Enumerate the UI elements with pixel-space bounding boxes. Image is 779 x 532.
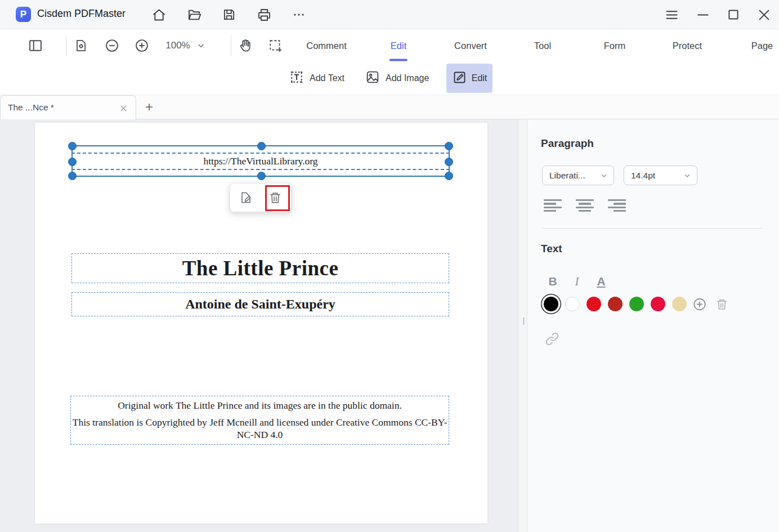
sidebar-toggle-icon[interactable] [28,38,43,53]
author-text-box[interactable]: Antoine de Saint-Exupéry [71,292,449,316]
zoom-in-icon[interactable] [134,38,150,53]
document-tab-bar: The ...Nce * + [0,95,779,119]
app-logo: P [16,7,31,22]
ribbon-tab-edit[interactable]: Edit [390,38,408,53]
delete-color-icon[interactable] [714,297,729,311]
new-tab-button[interactable]: + [141,99,158,115]
license-paragraph-2: This translation is Copyrighted by Jeff … [71,417,449,441]
resize-handle-bottom-right[interactable] [445,172,453,180]
section-divider [542,228,763,229]
bold-button[interactable]: B [543,272,562,290]
document-title-text: The Little Prince [182,256,339,280]
license-paragraph-1: Original work The Little Prince and its … [118,400,402,412]
font-family-select[interactable]: Liberati... [542,166,614,185]
ribbon-tab-convert[interactable]: Convert [453,38,488,53]
maximize-icon[interactable] [725,6,742,23]
resize-handle-top-right[interactable] [445,142,453,150]
zoom-level-value[interactable]: 100% [165,40,190,51]
page-setup-icon[interactable] [74,38,88,53]
floating-edit-toolbar [230,183,292,212]
add-text-icon [289,69,305,87]
hand-tool-icon[interactable] [237,38,253,53]
delete-text-icon[interactable] [263,185,288,210]
edit-mode-button[interactable]: Edit [446,64,493,93]
open-file-icon[interactable] [186,6,203,23]
ribbon-tab-comment[interactable]: Comment [305,38,348,53]
license-text-box[interactable]: Original work The Little Prince and its … [70,396,449,445]
text-color-swatch[interactable] [629,297,644,311]
toolbar-divider [66,35,66,56]
title-bar: P Cisdem PDFMaster [0,0,779,29]
selected-text-box[interactable]: https://TheVirtualLibrary.org [71,153,450,170]
title-text-box[interactable]: The Little Prince [71,253,449,283]
pdf-page[interactable]: https://TheVirtualLibrary.org The Little… [35,123,487,524]
app-title: Cisdem PDFMaster [37,8,126,20]
print-icon[interactable] [256,6,272,23]
ribbon-tab-page[interactable]: Page [750,38,774,53]
text-color-swatch[interactable] [587,297,601,311]
edit-mode-label: Edit [472,73,487,83]
add-image-button[interactable]: Add Image [365,62,429,95]
properties-panel: Paragraph Liberati... 14.4pt Text B I A [527,119,779,532]
chevron-down-icon [683,172,691,180]
menu-icon[interactable] [663,6,680,23]
zoom-out-icon[interactable] [104,38,120,53]
selected-text[interactable]: https://TheVirtualLibrary.org [203,155,317,167]
panel-splitter[interactable]: ❘❘ [518,119,527,532]
align-right-button[interactable] [608,197,626,214]
add-text-button[interactable]: Add Text [289,62,344,95]
text-color-swatch[interactable] [608,297,623,311]
workspace: https://TheVirtualLibrary.org The Little… [0,119,779,532]
font-size-value: 14.4pt [631,171,655,181]
app-window: { "titlebar": { "app_title": "Cisdem PDF… [0,0,779,532]
toolbar-divider [231,35,231,56]
hyperlink-icon[interactable] [544,331,560,347]
text-color-swatch[interactable] [565,297,580,311]
more-icon[interactable] [290,6,307,23]
text-color-swatch[interactable] [544,297,558,311]
marquee-select-icon[interactable] [267,38,283,53]
edit-text-icon[interactable] [234,185,258,210]
text-color-swatch[interactable] [672,297,687,311]
chevron-down-icon [600,172,608,180]
zoom-chevron-down-icon[interactable] [196,41,205,50]
add-text-label: Add Text [310,73,344,83]
add-image-icon [365,69,380,87]
add-image-label: Add Image [386,73,429,83]
edit-pencil-icon [452,70,467,87]
align-center-button[interactable] [576,197,594,214]
text-section-heading: Text [541,243,562,255]
resize-handle-top-center[interactable] [257,142,266,150]
italic-button[interactable]: I [567,272,587,290]
font-family-value: Liberati... [549,171,585,181]
resize-handle-top-left[interactable] [68,142,77,150]
document-tab-label: The ...Nce * [8,102,54,113]
close-icon[interactable] [755,6,772,23]
document-author-text: Antoine de Saint-Exupéry [185,297,335,312]
add-color-icon[interactable] [692,297,707,311]
home-icon[interactable] [150,6,167,23]
resize-handle-bottom-center[interactable] [257,172,266,180]
ribbon-tab-protect[interactable]: Protect [671,38,703,53]
save-icon[interactable] [221,6,238,23]
document-area[interactable]: https://TheVirtualLibrary.org The Little… [0,119,518,532]
align-left-button[interactable] [544,197,562,214]
ribbon-tab-form[interactable]: Form [603,38,627,53]
paragraph-section-heading: Paragraph [541,137,594,150]
text-color-swatch[interactable] [651,297,665,311]
resize-handle-bottom-left[interactable] [68,172,77,180]
main-toolbar: 100% Comment Edit Convert Tool Form Prot… [0,29,779,62]
ribbon-tab-tool[interactable]: Tool [533,38,552,53]
underline-button[interactable]: A [592,272,611,290]
edit-sub-toolbar: Add Text Add Image Edit [0,62,779,95]
close-tab-icon[interactable] [117,101,130,115]
document-tab[interactable]: The ...Nce * [0,95,136,120]
minimize-icon[interactable] [695,6,711,23]
font-size-select[interactable]: 14.4pt [624,166,697,185]
text-color-swatches [544,297,687,311]
